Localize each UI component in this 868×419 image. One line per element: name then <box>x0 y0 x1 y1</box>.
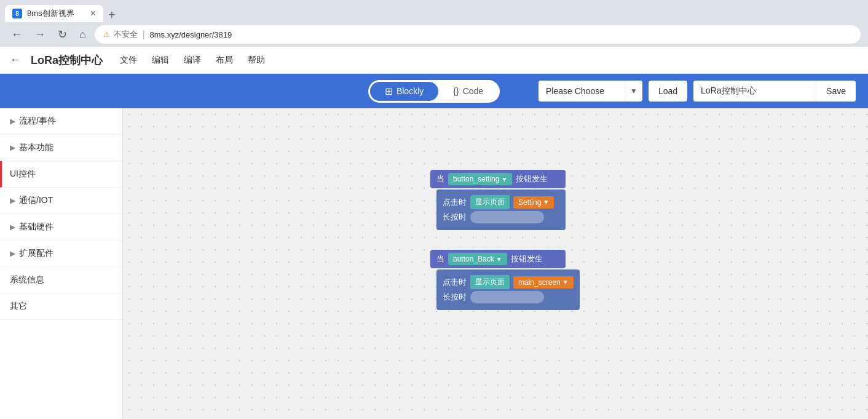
page-value-block-1[interactable]: Setting ▼ <box>513 196 554 209</box>
long-press-label-1: 长按时 <box>443 212 467 223</box>
click-row-2: 点击时 显示页面 main_screen ▼ <box>443 275 574 289</box>
block-body-2: 点击时 显示页面 main_screen ▼ 长按时 <box>436 269 580 310</box>
blockly-tab-button[interactable]: ⊞ Blockly <box>370 82 438 101</box>
please-choose-dropdown[interactable]: Please Choose ▼ <box>539 81 642 102</box>
arrow-icon: ▶ <box>10 249 15 258</box>
click-label-1: 点击时 <box>443 197 467 208</box>
click-row-1: 点击时 显示页面 Setting ▼ <box>443 195 559 209</box>
url-text: 8ms.xyz/designer/3819 <box>150 30 232 39</box>
code-tab-button[interactable]: {} Code <box>438 82 498 101</box>
arrow-icon: ▶ <box>10 143 15 152</box>
tab-title: 8ms创新视界 <box>27 8 85 19</box>
arrow-icon: ▶ <box>10 196 15 205</box>
click-label-2: 点击时 <box>443 277 467 288</box>
menu-file[interactable]: 文件 <box>117 54 140 67</box>
toolbar: ⊞ Blockly {} Code Please Choose ▼ Load S… <box>0 74 868 108</box>
sidebar-item-extension[interactable]: ▶ 扩展配件 <box>0 241 122 267</box>
block-body-1: 点击时 显示页面 Setting ▼ 长按时 <box>436 190 566 230</box>
project-name-input[interactable] <box>693 81 816 102</box>
dropdown-arrow-icon: ▼ <box>625 81 642 102</box>
menu-compile[interactable]: 编译 <box>181 54 203 67</box>
app-back-button[interactable]: ← <box>10 54 21 66</box>
show-page-text-2: 显示页面 <box>475 277 505 286</box>
trigger-suffix-2: 按钮发生 <box>511 253 543 265</box>
trigger-text-2: 当 <box>436 253 444 265</box>
sidebar-item-iot[interactable]: ▶ 通信/IOT <box>0 188 122 214</box>
sidebar-item-label: UI控件 <box>10 169 36 180</box>
nav-forward-button[interactable]: → <box>31 27 49 42</box>
url-separator: | <box>143 30 145 39</box>
block-group-1: 当 button_setting ▼ 按钮发生 点击时 显示页面 <box>430 170 566 230</box>
page-value-block-2[interactable]: main_screen ▼ <box>513 276 574 289</box>
main-content: ▶ 流程/事件 ▶ 基本功能 UI控件 ▶ 通信/IOT ▶ 基础硬件 ▶ 扩展… <box>0 108 868 419</box>
sidebar-item-ui[interactable]: UI控件 <box>0 161 122 188</box>
button-dropdown-icon-1: ▼ <box>501 176 507 183</box>
button-name-block-1[interactable]: button_setting ▼ <box>448 173 512 185</box>
long-press-input-2[interactable] <box>470 291 544 303</box>
menu-layout[interactable]: 布局 <box>213 54 235 67</box>
sidebar: ▶ 流程/事件 ▶ 基本功能 UI控件 ▶ 通信/IOT ▶ 基础硬件 ▶ 扩展… <box>0 108 123 419</box>
trigger-text-1: 当 <box>436 174 444 185</box>
sidebar-item-label: 其它 <box>10 301 27 312</box>
arrow-icon: ▶ <box>10 223 15 231</box>
save-button[interactable]: Save <box>816 81 856 102</box>
tab-favicon: 8 <box>12 9 22 18</box>
sidebar-item-label: 系统信息 <box>10 274 44 285</box>
app-title: LoRa控制中心 <box>31 53 103 68</box>
page-value-text-2: main_screen <box>518 278 561 287</box>
browser-tab[interactable]: 8 8ms创新视界 × <box>5 5 103 22</box>
long-press-label-2: 长按时 <box>443 292 467 303</box>
show-page-text-1: 显示页面 <box>475 198 505 206</box>
button-name-text-2: button_Back <box>453 255 494 263</box>
trigger-row-1: 当 button_setting ▼ 按钮发生 <box>430 170 566 188</box>
sidebar-item-sysinfo[interactable]: 系统信息 <box>0 267 122 293</box>
button-name-block-2[interactable]: button_Back ▼ <box>448 253 507 265</box>
new-tab-button[interactable]: + <box>103 8 120 22</box>
code-label: Code <box>463 86 483 96</box>
load-button[interactable]: Load <box>649 81 687 102</box>
long-press-input-1[interactable] <box>470 211 544 223</box>
menu-bar: 文件 编辑 编译 布局 帮助 <box>117 54 267 67</box>
canvas-area[interactable]: 当 button_setting ▼ 按钮发生 点击时 显示页面 <box>123 108 868 419</box>
nav-home-button[interactable]: ⌂ <box>76 27 90 42</box>
not-secure-label: 不安全 <box>114 29 138 40</box>
menu-edit[interactable]: 编辑 <box>149 54 172 67</box>
blockly-label: Blockly <box>397 86 424 96</box>
page-dropdown-icon-2: ▼ <box>562 279 569 285</box>
blockly-icon: ⊞ <box>385 86 393 97</box>
button-dropdown-icon-2: ▼ <box>496 256 502 263</box>
block-group-2: 当 button_Back ▼ 按钮发生 点击时 显示页面 <box>430 250 580 310</box>
sidebar-item-label: 流程/事件 <box>19 116 56 127</box>
view-toggle: ⊞ Blockly {} Code <box>368 80 500 103</box>
show-page-block-2[interactable]: 显示页面 <box>470 275 510 289</box>
page-dropdown-icon-1: ▼ <box>543 199 549 206</box>
trigger-block-1[interactable]: 当 button_setting ▼ 按钮发生 <box>430 170 566 188</box>
choose-select[interactable]: Please Choose <box>539 81 625 102</box>
sidebar-item-other[interactable]: 其它 <box>0 293 122 320</box>
sidebar-item-basic[interactable]: ▶ 基本功能 <box>0 135 122 161</box>
arrow-icon: ▶ <box>10 117 15 126</box>
button-name-text-1: button_setting <box>453 175 499 183</box>
sidebar-item-label: 扩展配件 <box>19 248 53 259</box>
sidebar-item-flow[interactable]: ▶ 流程/事件 <box>0 108 122 135</box>
trigger-suffix-1: 按钮发生 <box>516 174 548 185</box>
nav-back-button[interactable]: ← <box>7 27 26 42</box>
long-press-row-2: 长按时 <box>443 291 574 303</box>
sidebar-item-hardware[interactable]: ▶ 基础硬件 <box>0 214 122 241</box>
page-value-text-1: Setting <box>518 198 541 207</box>
lock-icon: ⚠ <box>103 30 110 39</box>
sidebar-item-label: 基本功能 <box>19 142 53 153</box>
sidebar-item-label: 通信/IOT <box>19 195 53 206</box>
app-header: ← LoRa控制中心 文件 编辑 编译 布局 帮助 <box>0 47 868 74</box>
tab-close-button[interactable]: × <box>90 9 96 18</box>
sidebar-item-label: 基础硬件 <box>19 221 53 233</box>
code-icon: {} <box>453 86 459 96</box>
url-bar[interactable]: ⚠ 不安全 | 8ms.xyz/designer/3819 <box>95 25 861 44</box>
menu-help[interactable]: 帮助 <box>245 54 267 67</box>
save-group: Save <box>693 81 856 102</box>
trigger-row-2: 当 button_Back ▼ 按钮发生 <box>430 250 580 268</box>
right-toolbar-controls: Please Choose ▼ Load Save <box>539 81 856 102</box>
nav-reload-button[interactable]: ↻ <box>54 26 71 42</box>
show-page-block-1[interactable]: 显示页面 <box>470 195 510 209</box>
trigger-block-2[interactable]: 当 button_Back ▼ 按钮发生 <box>430 250 566 268</box>
